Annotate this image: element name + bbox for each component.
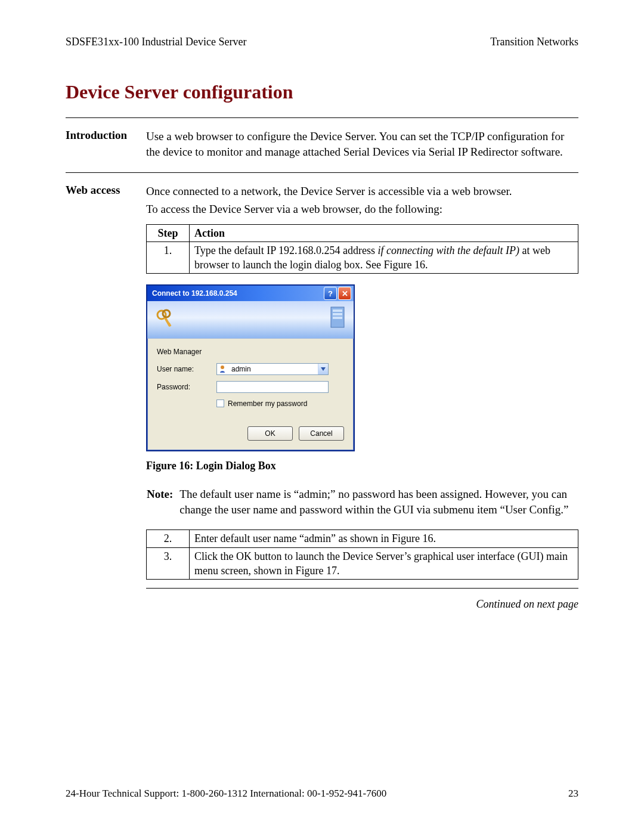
steps-table-1: Step Action 1. Type the default IP 192.1…: [146, 224, 578, 274]
keys-icon: [153, 307, 178, 332]
intro-label: Introduction: [66, 129, 146, 142]
username-input[interactable]: admin: [216, 363, 329, 375]
close-icon[interactable]: ✕: [338, 287, 351, 300]
page-header: SDSFE31xx-100 Industrial Device Server T…: [66, 36, 578, 48]
continued-label: Continued on next page: [146, 597, 578, 611]
username-label: User name:: [157, 364, 216, 374]
rule-mid: [66, 172, 578, 173]
login-dialog-figure: Connect to 192.168.0.254 ? ✕: [146, 284, 578, 451]
dialog-titlebar: Connect to 192.168.0.254 ? ✕: [147, 286, 354, 301]
ok-button[interactable]: OK: [247, 426, 293, 441]
rule-bottom: [146, 588, 578, 589]
note-block: Note: The default user name is “admin;” …: [146, 486, 578, 518]
chevron-down-icon[interactable]: [318, 364, 328, 374]
step-3-num: 3.: [147, 547, 190, 580]
help-icon[interactable]: ?: [324, 287, 337, 300]
step-2-action: Enter default user name “admin” as shown…: [190, 530, 578, 547]
server-icon: [318, 304, 350, 336]
dialog-banner: [147, 301, 354, 339]
svg-rect-7: [333, 317, 342, 319]
svg-point-8: [221, 366, 224, 369]
password-label: Password:: [157, 382, 216, 392]
section-introduction: Introduction Use a web browser to config…: [66, 129, 578, 159]
rule-top: [66, 117, 578, 118]
password-input[interactable]: [216, 381, 329, 393]
th-action: Action: [190, 224, 578, 241]
webaccess-p1: Once connected to a network, the Device …: [146, 184, 578, 199]
webaccess-label: Web access: [66, 184, 146, 197]
note-text: The default user name is “admin;” no pas…: [179, 486, 578, 518]
step-2-num: 2.: [147, 530, 190, 547]
step-1-num: 1.: [147, 241, 190, 274]
th-step: Step: [147, 224, 190, 241]
intro-text: Use a web browser to configure the Devic…: [146, 129, 578, 159]
section-web-access: Web access Once connected to a network, …: [66, 184, 578, 611]
note-label: Note:: [147, 488, 173, 500]
web-manager-label: Web Manager: [157, 347, 216, 357]
header-right: Transition Networks: [490, 36, 578, 48]
remember-label: Remember my password: [228, 399, 307, 408]
figure-caption: Figure 16: Login Dialog Box: [146, 459, 578, 473]
page-title: Device Server configuration: [66, 81, 578, 103]
dialog-title: Connect to 192.168.0.254: [152, 289, 237, 298]
login-dialog: Connect to 192.168.0.254 ? ✕: [146, 284, 355, 451]
username-value: admin: [231, 364, 251, 374]
cancel-button[interactable]: Cancel: [299, 426, 344, 441]
footer-support: 24-Hour Technical Support: 1-800-260-131…: [66, 788, 386, 800]
remember-checkbox[interactable]: [216, 400, 224, 407]
webaccess-p2: To access the Device Server via a web br…: [146, 202, 578, 217]
header-left: SDSFE31xx-100 Industrial Device Server: [66, 36, 246, 48]
page-footer: 24-Hour Technical Support: 1-800-260-131…: [66, 788, 578, 800]
svg-rect-5: [333, 309, 342, 312]
user-icon: [219, 365, 228, 373]
table-row: 2. Enter default user name “admin” as sh…: [147, 530, 578, 547]
table-row: 3. Click the OK button to launch the Dev…: [147, 547, 578, 580]
step-3-action: Click the OK button to launch the Device…: [190, 547, 578, 580]
page-number: 23: [568, 788, 578, 800]
step-1-action: Type the default IP 192.168.0.254 addres…: [190, 241, 578, 274]
steps-table-2: 2. Enter default user name “admin” as sh…: [146, 529, 578, 580]
table-row: 1. Type the default IP 192.168.0.254 add…: [147, 241, 578, 274]
svg-rect-6: [333, 313, 342, 315]
